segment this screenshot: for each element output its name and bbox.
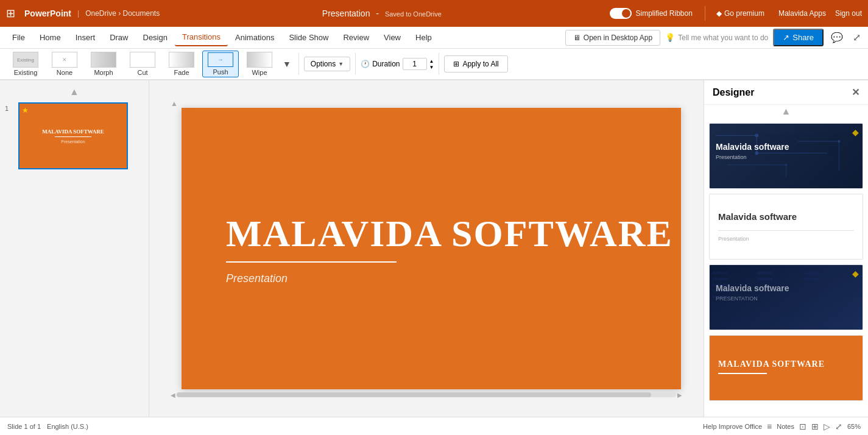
design-card-2[interactable]: Malavida software Presentation <box>709 194 863 260</box>
separator: | <box>77 9 79 18</box>
svg-point-7 <box>785 164 788 166</box>
menu-transitions[interactable]: Transitions <box>175 29 228 46</box>
ribbon-options-group: Options ▼ <box>304 57 350 71</box>
duration-input[interactable] <box>403 58 427 70</box>
design-card-1[interactable]: Malavida software Presentation ◆ <box>709 123 863 189</box>
slide-1-star-icon: ★ <box>22 106 29 115</box>
sign-out-link[interactable]: Sign out <box>835 9 862 18</box>
design-card-4[interactable]: MALAVIDA SOFTWARE <box>709 335 863 401</box>
circuit-svg <box>710 124 863 187</box>
simplified-ribbon-label: Simplified Ribbon <box>635 9 692 18</box>
designer-close-btn[interactable]: ✕ <box>852 87 859 98</box>
transition-push[interactable]: → Push <box>202 51 239 77</box>
notes-label[interactable]: Notes <box>777 423 794 430</box>
premium-badge-3: ◆ <box>852 269 859 278</box>
scrollbar-row: ◀ ▶ <box>171 392 682 398</box>
wipe-thumb <box>247 52 272 68</box>
toggle-switch[interactable] <box>610 8 632 19</box>
scroll-right-btn[interactable]: ▶ <box>677 392 682 398</box>
options-button[interactable]: Options ▼ <box>304 57 350 71</box>
menu-design[interactable]: Design <box>136 29 175 46</box>
design-card-4-title: MALAVIDA SOFTWARE <box>718 359 825 369</box>
designer-title: Designer <box>713 87 754 98</box>
duration-up-arrow[interactable]: ▲ <box>429 58 434 64</box>
duration-down-arrow[interactable]: ▼ <box>429 65 434 70</box>
transition-none[interactable]: ✕ None <box>46 51 83 77</box>
slide-sorter-icon[interactable]: ⊞ <box>811 422 819 431</box>
malavida-apps-link[interactable]: Malavida Apps <box>778 9 826 18</box>
design-card-2-sub: Presentation <box>718 236 854 242</box>
bulb-icon: 💡 <box>665 33 675 42</box>
slide-canvas[interactable]: MALAVIDA SOFTWARE Presentation <box>182 108 681 389</box>
help-improve-text: Help Improve Office <box>703 423 762 430</box>
expand-icon[interactable]: ⤢ <box>850 29 863 46</box>
transition-morph[interactable]: Morph <box>85 51 122 77</box>
slide-1-thumb[interactable]: ★ MALAVIDA SOFTWARE Presentation <box>18 102 128 169</box>
share-button[interactable]: ↗ Share <box>773 29 824 46</box>
slide-thumb-underline <box>55 136 91 137</box>
scroll-left-btn[interactable]: ◀ <box>171 392 175 398</box>
app-name: PowerPoint <box>24 9 71 18</box>
menu-animations[interactable]: Animations <box>228 29 281 46</box>
menu-file[interactable]: File <box>5 29 32 46</box>
ribbon-divider-3 <box>439 53 439 75</box>
design-card-3[interactable]: 01010110 10110010 01001101 11010010 0010… <box>709 264 863 330</box>
blue-dark-svg: 01010110 10110010 01001101 11010010 0010… <box>710 265 863 330</box>
slide-1-thumb-sub: Presentation <box>61 140 85 144</box>
designer-header: Designer ✕ <box>704 80 868 105</box>
go-premium-btn[interactable]: ◆ Go premium <box>716 9 764 18</box>
normal-view-icon[interactable]: ⊡ <box>799 422 806 431</box>
duration-label: Duration <box>372 60 400 68</box>
h-scrollbar[interactable] <box>177 392 676 397</box>
slide-underline <box>226 261 397 263</box>
open-desktop-btn[interactable]: 🖥 Open in Desktop App <box>565 30 660 46</box>
breadcrumb[interactable]: OneDrive › Documents <box>85 9 160 18</box>
svg-text:11010010: 11010010 <box>713 289 729 292</box>
ribbon-divider-2 <box>355 53 356 75</box>
tell-me-field[interactable]: 💡 Tell me what you want to do <box>665 33 768 42</box>
designer-scroll-up[interactable]: ▲ <box>704 105 868 118</box>
simplified-ribbon-toggle[interactable]: Simplified Ribbon <box>610 8 692 19</box>
fade-thumb <box>169 52 194 68</box>
designer-panel: Designer ✕ ▲ Malavi <box>704 80 868 417</box>
transitions-more-btn[interactable]: ▼ <box>280 57 294 71</box>
transition-none-label: None <box>57 69 72 76</box>
transition-fade[interactable]: Fade <box>163 51 200 77</box>
scroll-v-up[interactable]: ▲ <box>171 99 177 108</box>
push-thumb: → <box>208 52 233 67</box>
menu-view[interactable]: View <box>376 29 408 46</box>
apply-to-all-button[interactable]: ⊞ Apply to All <box>444 55 507 72</box>
design-card-2-title: Malavida software <box>718 211 854 222</box>
design-card-4-underline <box>718 373 767 374</box>
title-bar: ⊞ PowerPoint | OneDrive › Documents Pres… <box>0 0 868 27</box>
fullscreen-icon[interactable]: ⤢ <box>835 422 842 431</box>
transition-wipe-label: Wipe <box>252 69 267 76</box>
menu-home[interactable]: Home <box>32 29 68 46</box>
existing-thumb: Existing <box>13 52 38 68</box>
menu-help[interactable]: Help <box>408 29 439 46</box>
slide-1-number: 1 <box>5 105 15 112</box>
doc-title: Presentation - Saved to OneDrive <box>166 9 598 18</box>
transition-wipe[interactable]: Wipe <box>241 51 278 77</box>
reading-view-icon[interactable]: ▷ <box>824 422 830 431</box>
menu-slide-show[interactable]: Slide Show <box>281 29 336 46</box>
menu-insert[interactable]: Insert <box>68 29 103 46</box>
transition-push-label: Push <box>213 68 228 76</box>
app-grid-icon[interactable]: ⊞ <box>6 7 15 20</box>
slide-subtitle: Presentation <box>226 272 288 285</box>
comment-icon[interactable]: 💬 <box>828 29 845 46</box>
zoom-level: 65% <box>847 423 861 430</box>
scroll-up-arrow[interactable]: ▲ <box>5 87 144 97</box>
slide-1-container: 1 ★ MALAVIDA SOFTWARE Presentation <box>5 102 144 169</box>
svg-text:01010110: 01010110 <box>803 271 819 275</box>
transition-existing[interactable]: Existing Existing <box>7 51 44 77</box>
menu-draw[interactable]: Draw <box>102 29 135 46</box>
menu-review[interactable]: Review <box>336 29 376 46</box>
menu-bar: File Home Insert Draw Design Transitions… <box>0 27 868 49</box>
main-area: ▲ 1 ★ MALAVIDA SOFTWARE Presentation ▲ M… <box>0 80 868 417</box>
svg-point-10 <box>838 140 840 143</box>
notes-icon[interactable]: ≡ <box>767 422 772 431</box>
transition-cut[interactable]: Cut <box>124 51 161 77</box>
clock-icon: 🕐 <box>361 60 370 68</box>
options-label: Options <box>311 60 336 68</box>
